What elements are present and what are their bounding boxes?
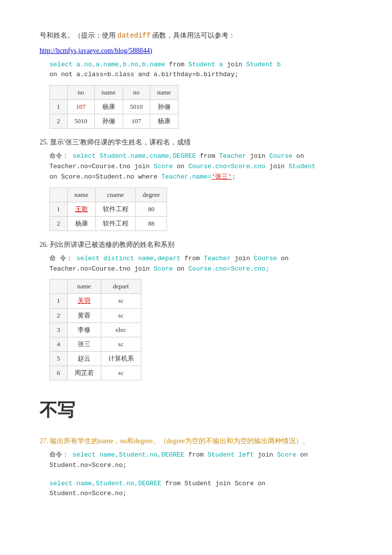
- q24-code-b: Student b: [242, 61, 281, 68]
- q24-code-from: from: [169, 61, 184, 68]
- q25-code-student: Student: [285, 163, 315, 170]
- hint-text1: 号和姓名。（提示：使用: [40, 32, 116, 39]
- q26-r5-idx: 5: [50, 351, 68, 366]
- q24-row1-no2: 5010: [123, 100, 150, 114]
- q27-code1-join: join: [258, 451, 273, 459]
- q26-cmd-label: 命 令：: [49, 255, 73, 262]
- q26-r3-idx: 3: [50, 323, 68, 337]
- q26-r6-name: 周芷若: [67, 366, 101, 380]
- q24-row1-idx: 1: [50, 100, 68, 114]
- q26-r4-depart: sc: [101, 337, 141, 351]
- q25-cmd-label: 命令：: [49, 152, 69, 160]
- q24-row2-name1: 孙俪: [94, 114, 123, 129]
- q25-num: 25.: [40, 139, 50, 146]
- q25-code-score: Score: [150, 163, 177, 170]
- q27-code2-select: select name,Student.no,DEGREE: [49, 480, 161, 487]
- hint-link[interactable]: http://hcmfys.javaeye.com/blog/588844): [40, 47, 152, 54]
- q26-r4-name: 张三: [67, 337, 101, 351]
- q27-code1-select: select name,Student.no,DEGREE: [73, 451, 188, 459]
- q25-row2-degree: 88: [135, 216, 167, 231]
- q24-code-join: join: [227, 61, 242, 68]
- q24-code-birthday: a.birthday=b.birthday;: [150, 71, 238, 78]
- q25-code: 命令： select Student.name,cname,DEGREE fro…: [49, 151, 352, 182]
- q24-row1-no1: 107: [67, 100, 94, 114]
- q25-row2-idx: 2: [50, 216, 68, 231]
- q25-code-tno: Teacher.no=Course.tno: [49, 163, 134, 170]
- q26-code: 命 令： select distinct name,depart from Te…: [49, 254, 352, 275]
- q26-r1-name: 关羽: [67, 294, 101, 308]
- q27-code1-no: Student.no=Score.no;: [49, 462, 127, 469]
- table-row: 2 黄蓉 sc: [50, 308, 141, 323]
- q24-row1-name2: 孙俪: [150, 100, 178, 114]
- q26-code-score: Score: [150, 265, 177, 273]
- hint-line: 号和姓名。（提示：使用 datediff 函数，具体用法可以参考：: [40, 30, 352, 42]
- q26-th-empty: [50, 279, 68, 294]
- q25-code-course: Course: [265, 152, 296, 160]
- q27-code1-on: on: [300, 451, 308, 459]
- q25-code-from: from: [200, 152, 215, 160]
- q24-row2-idx: 2: [50, 114, 68, 129]
- q27-code2-from: from Student join Score on: [161, 480, 265, 487]
- q25-code-name-val: '张三': [212, 173, 232, 181]
- q26-code-from: from: [184, 255, 200, 262]
- hint-text2: 函数，具体用法可以参考：: [152, 32, 235, 39]
- q26-code-on1: on: [281, 255, 289, 262]
- q26-table: name depart 1 关羽 sc 2 黄蓉 sc 3 李修 elec 4: [49, 279, 141, 380]
- q26-code-tno: Teacher.no=Course.tno: [49, 265, 134, 273]
- table-row: 1 王歌 软件工程 80: [50, 202, 167, 216]
- q26-num: 26.: [40, 241, 50, 248]
- q25-code-teacher: Teacher: [215, 152, 250, 160]
- q25-row2-cname: 软件工程: [95, 216, 135, 231]
- q25-row1-name: 王歌: [67, 202, 95, 216]
- q26-title: 列出所讲课已被选修的教师的姓名和系别: [50, 241, 174, 248]
- q25-th-name: name: [67, 187, 95, 202]
- q25-title: 显示'张三'教师任课的学生姓名，课程名，成绩: [50, 139, 191, 146]
- q26-code-join2: join: [134, 265, 150, 273]
- table-row: 2 5010 孙俪 107 杨康: [50, 114, 178, 129]
- q26-code-select: select distinct name,depart: [77, 255, 184, 262]
- q26-code-teacher: Teacher: [200, 255, 234, 262]
- q27-code1: 命令： select name,Student.no,DEGREE from S…: [49, 450, 352, 471]
- q26-r2-depart: sc: [101, 308, 141, 323]
- table-row: 6 周芷若 sc: [50, 366, 141, 380]
- q27-code2-rest: Student.no=Score.no;: [49, 490, 127, 497]
- q25-code-where: where: [138, 173, 157, 181]
- q25-code-select: select Student.name,cname,DEGREE: [73, 152, 200, 160]
- table-row: 4 张三 sc: [50, 337, 141, 351]
- q27-code1-student: Student left: [204, 451, 258, 459]
- q26-r2-name: 黄蓉: [67, 308, 101, 323]
- q25-th-degree: degree: [135, 187, 167, 202]
- q25-row1-cname: 软件工程: [95, 202, 135, 216]
- q24-section: select a.no,a.name,b.no,b.name from Stud…: [49, 60, 352, 129]
- q25-table: name cname degree 1 王歌 软件工程 80 2 杨康 软件工程…: [49, 187, 167, 231]
- q27-title-line: 27. 输出所有学生的name，no和degree。（degree为空的不输出和…: [40, 435, 352, 447]
- q27-cmd-label: 命令：: [49, 451, 69, 459]
- q25-code-on3: on Score.no=Student.no: [49, 173, 138, 181]
- q27-code1-score: Score: [273, 451, 301, 459]
- q25-row1-idx: 1: [50, 202, 68, 216]
- q24-th-name2: name: [150, 86, 178, 100]
- q26-code-join1: join: [235, 255, 250, 262]
- q25-code-semi: ;: [232, 173, 236, 181]
- q24-code: select a.no,a.name,b.no,b.name from Stud…: [49, 60, 352, 81]
- q26-r5-name: 赵云: [67, 351, 101, 366]
- q27-code1-from: from: [188, 451, 204, 459]
- q25-row2-name: 杨康: [67, 216, 95, 231]
- q24-th-no1: no: [67, 86, 94, 100]
- q25-code-rest: Teacher.name=: [157, 173, 211, 181]
- q25-section: 命令： select Student.name,cname,DEGREE fro…: [49, 151, 352, 231]
- q26-section: 命 令： select distinct name,depart from Te…: [49, 254, 352, 380]
- q26-r1-depart: sc: [101, 294, 141, 308]
- q27-title: 输出所有学生的name，no和degree。（degree为空的不输出和为空的输…: [50, 437, 309, 445]
- q26-code-course: Course: [250, 255, 281, 262]
- q24-code-select: select a.no,a.name,b.no,b.name: [49, 61, 169, 68]
- q25-th-cname: cname: [95, 187, 135, 202]
- q26-r3-name: 李修: [67, 323, 101, 337]
- q26-th-depart: depart: [101, 279, 141, 294]
- not-write-heading: 不写: [40, 395, 352, 425]
- q24-th-empty: [50, 86, 68, 100]
- q26-r5-depart: 计算机系: [101, 351, 141, 366]
- q26-title-line: 26. 列出所讲课已被选修的教师的姓名和系别: [40, 239, 352, 251]
- q24-table: no name no name 1 107 杨康 5010 孙俪 2 5010 …: [49, 85, 178, 129]
- table-row: 1 关羽 sc: [50, 294, 141, 308]
